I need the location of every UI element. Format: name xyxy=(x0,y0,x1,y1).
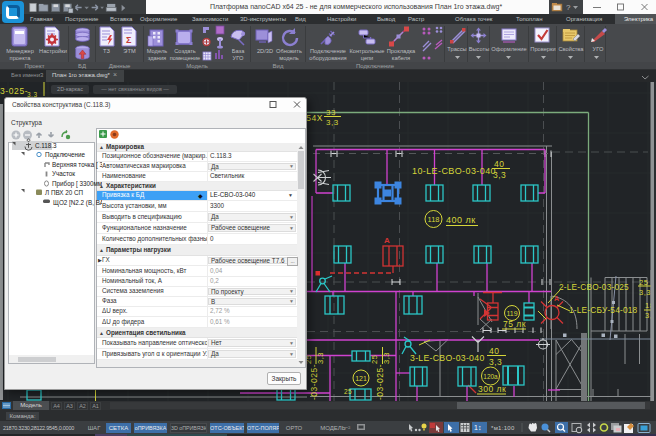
svg-text:3,3: 3,3 xyxy=(316,352,325,364)
svg-text:Σ: Σ xyxy=(126,35,132,45)
svg-text:119: 119 xyxy=(506,310,517,317)
svg-text:120а: 120а xyxy=(483,373,498,380)
svg-text:25: 25 xyxy=(639,278,648,287)
svg-text:Верхняя точка [ 34: Верхняя точка [ 34 xyxy=(52,161,102,169)
svg-text:3-LE-CBO-03-040: 3-LE-CBO-03-040 xyxy=(410,353,485,363)
svg-text:⌐²: ⌐² xyxy=(344,424,351,431)
svg-text:2-LE-CBO-03-025: 2-LE-CBO-03-025 xyxy=(559,282,629,292)
svg-text:300 лк: 300 лк xyxy=(478,384,506,394)
svg-text:3,3: 3,3 xyxy=(326,118,339,127)
svg-text:-03-025-: -03-025- xyxy=(309,364,319,400)
svg-text:Прибор [ 3300мм: Прибор [ 3300мм xyxy=(52,180,102,188)
svg-text:25: 25 xyxy=(344,388,352,395)
svg-text:3,3: 3,3 xyxy=(493,170,506,180)
svg-text:3-025-: 3-025- xyxy=(0,86,28,96)
svg-text:ЩО2 [N2.2 (В, ВА4: ЩО2 [N2.2 (В, ВА4 xyxy=(53,199,102,207)
svg-text:10-LE-CBO-03-040: 10-LE-CBO-03-040 xyxy=(412,166,496,176)
svg-text:3,3: 3,3 xyxy=(639,288,651,297)
svg-text:118: 118 xyxy=(428,215,440,224)
svg-text:-03-025-: -03-025- xyxy=(375,364,385,400)
svg-text:*м1:100: *м1:100 xyxy=(491,425,515,431)
svg-text:121: 121 xyxy=(355,375,367,382)
svg-text:С.118.3: С.118.3 xyxy=(35,142,57,149)
svg-text:А: А xyxy=(384,236,390,245)
svg-text:400 лк: 400 лк xyxy=(446,215,476,225)
svg-text:Подключение: Подключение xyxy=(45,151,85,159)
svg-text:25: 25 xyxy=(370,355,379,364)
svg-text:1↕: 1↕ xyxy=(474,424,481,431)
svg-text:40: 40 xyxy=(489,346,499,356)
svg-text:1-LE-СБУ-54-018: 1-LE-СБУ-54-018 xyxy=(569,305,638,315)
svg-text:3,3: 3,3 xyxy=(382,352,391,364)
svg-text:33: 33 xyxy=(326,108,336,117)
svg-text:Л ПВХ 20 СП: Л ПВХ 20 СП xyxy=(45,189,84,196)
svg-text:?: ? xyxy=(566,3,571,12)
svg-text:40: 40 xyxy=(494,159,504,169)
svg-text:3,3: 3,3 xyxy=(489,357,502,367)
svg-text:Участок: Участок xyxy=(52,170,75,177)
